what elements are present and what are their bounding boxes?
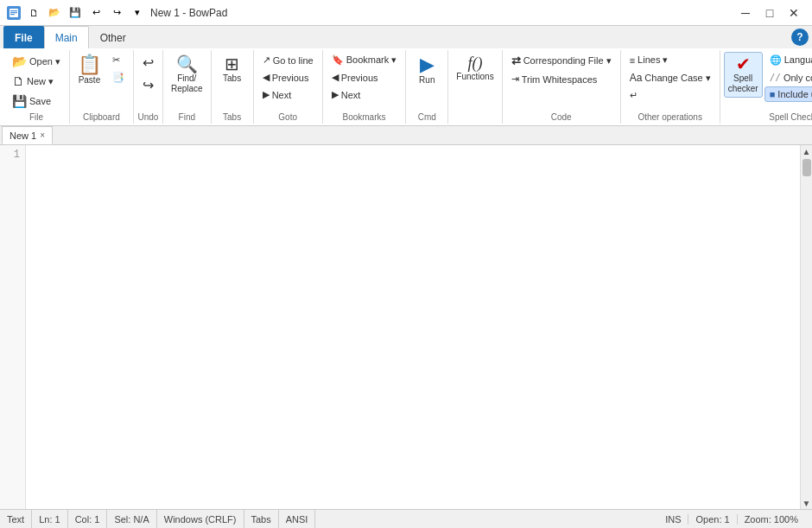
spell-check-group-label: Spell Check [724,111,812,122]
goto-group-label: Goto [257,111,319,122]
other-ops-group-label: Other operations [625,111,716,122]
tab-bar: New 1 × [0,126,812,145]
editor-area[interactable] [26,145,800,509]
cut-icon: ✂ [112,54,120,66]
run-icon: ▶ [420,55,435,74]
tab-main[interactable]: Main [44,26,89,48]
redo-icon: ↪ [143,77,154,93]
only-comments-button[interactable]: // Only comments [764,69,812,86]
status-zoom: Zoom: 100% [738,514,805,525]
functions-icon: f() [467,55,482,71]
lines-button[interactable]: ≡ Lines ▾ [625,52,716,68]
paste-button[interactable]: 📋 Paste [73,52,105,89]
corresponding-file-button[interactable]: ⇄ Corresponding File ▾ [506,52,617,70]
tab-file[interactable]: File [3,26,44,48]
doc-tab-close[interactable]: × [40,130,45,140]
title-bar: 🗋 📂 💾 ↩ ↪ ▾ New 1 - BowPad ─ □ ✕ [0,0,812,26]
functions-button[interactable]: f() Functions [452,52,498,86]
bookmark-icon: 🔖 [332,54,344,66]
minimize-button[interactable]: ─ [734,2,757,24]
bookmarks-group-content: 🔖 Bookmark ▾ ◀ Previous ▶ Next [327,52,403,111]
status-bar: Text Ln: 1 Col: 1 Sel: N/A Windows (CRLF… [0,509,812,528]
svg-rect-2 [10,12,17,13]
ribbon: 📂 Open ▾ 🗋 New ▾ 💾 Save File 📋 [0,48,812,126]
scrollbar-thumb[interactable] [802,159,811,176]
app-icon [7,6,21,20]
clipboard-small-col: ✂ 📑 [107,52,130,86]
qat-open[interactable]: 📂 [45,3,64,22]
svg-rect-3 [10,14,15,15]
qat-redo[interactable]: ↪ [107,3,126,22]
bookmark-previous-button[interactable]: ◀ Previous [327,69,403,86]
close-button[interactable]: ✕ [783,2,805,24]
quick-access-toolbar: 🗋 📂 💾 ↩ ↪ ▾ [24,3,147,22]
bookmark-next-button[interactable]: ▶ Next [327,86,403,103]
spell-checker-button[interactable]: ✔ Spellchecker [724,52,763,98]
doc-tab-new1[interactable]: New 1 × [2,126,53,144]
status-encoding: Windows (CRLF) [157,510,244,528]
ribbon-group-spell-check: ✔ Spellchecker 🌐 Language ▾ // Only comm… [720,50,812,124]
goto-next-button[interactable]: ▶ Next [257,86,319,103]
copy-icon: 📑 [112,72,124,83]
clipboard-group-content: 📋 Paste ✂ 📑 [73,52,130,111]
redo-button[interactable]: ↪ [137,74,159,96]
line-numbers: 1 [0,145,26,509]
code-col: ⇄ Corresponding File ▾ ⇥ Trim Whitespace… [506,52,617,87]
ribbon-tab-bar: File Main Other ? [0,26,812,48]
run-button[interactable]: ▶ Run [409,52,444,89]
go-to-line-icon: ↗ [263,54,270,66]
find-group-label: Find [167,111,207,122]
find-group-content: 🔍 Find/Replace [167,52,207,111]
open-icon: 📂 [12,54,27,68]
bookmark-previous-icon: ◀ [332,72,339,83]
include-uppercase-button[interactable]: ■ Include uppercase [764,86,812,102]
save-button[interactable]: 💾 Save [7,92,66,111]
functions-group-content: f() Functions [452,52,498,120]
tab-other[interactable]: Other [89,26,137,48]
bookmarks-group-label: Bookmarks [327,111,403,122]
language-button[interactable]: 🌐 Language ▾ [764,52,812,68]
code-group-label: Code [506,111,617,122]
lines-icon: ≡ [630,55,635,66]
tabs-button[interactable]: ⊞ Tabs [215,52,250,87]
scrollbar-track[interactable] [801,157,812,497]
go-to-line-button[interactable]: ↗ Go to line [257,52,319,68]
qat-undo[interactable]: ↩ [86,3,105,22]
status-tabs: Tabs [244,510,279,528]
qat-save[interactable]: 💾 [66,3,85,22]
ribbon-group-file: 📂 Open ▾ 🗋 New ▾ 💾 Save File [3,50,70,124]
qat-dropdown[interactable]: ▾ [128,3,147,22]
paste-icon: 📋 [78,55,101,74]
bookmark-button[interactable]: 🔖 Bookmark ▾ [327,52,403,68]
code-group-content: ⇄ Corresponding File ▾ ⇥ Trim Whitespace… [506,52,617,111]
trim-whitespaces-button[interactable]: ⇥ Trim Whitespaces [506,71,617,87]
undo-button[interactable]: ↩ [137,52,159,73]
other-ops-col: ≡ Lines ▾ Aa Change Case ▾ ↵ [625,52,716,104]
svg-rect-1 [10,10,17,11]
cut-button[interactable]: ✂ [107,52,130,68]
title-bar-left: 🗋 📂 💾 ↩ ↪ ▾ New 1 - BowPad [7,3,227,22]
undo-icon: ↩ [143,54,154,71]
qat-new[interactable]: 🗋 [24,3,43,22]
status-ansi: ANSI [279,510,316,528]
bookmarks-col: 🔖 Bookmark ▾ ◀ Previous ▶ Next [327,52,403,103]
copy-button[interactable]: 📑 [107,69,130,86]
goto-previous-button[interactable]: ◀ Previous [257,69,319,86]
cmd-group-content: ▶ Run [409,52,444,111]
scrollbar-up-arrow[interactable]: ▲ [801,145,813,157]
scrollbar-down-arrow[interactable]: ▼ [801,497,813,509]
clipboard-group-label: Clipboard [73,111,130,122]
goto-previous-icon: ◀ [263,72,270,83]
title-bar-title: New 1 - BowPad [150,7,227,19]
new-button[interactable]: 🗋 New ▾ [7,72,66,91]
vertical-scrollbar[interactable]: ▲ ▼ [800,145,812,509]
maximize-button[interactable]: □ [758,2,781,24]
wrap-button[interactable]: ↵ [625,87,716,104]
undo-col: ↩ ↪ [137,52,159,96]
change-case-button[interactable]: Aa Change Case ▾ [625,69,716,86]
find-replace-button[interactable]: 🔍 Find/Replace [167,52,207,98]
status-open: Open: 1 [688,514,737,525]
help-button[interactable]: ? [791,29,809,46]
open-button[interactable]: 📂 Open ▾ [7,52,66,71]
window-controls: ─ □ ✕ [734,2,805,24]
